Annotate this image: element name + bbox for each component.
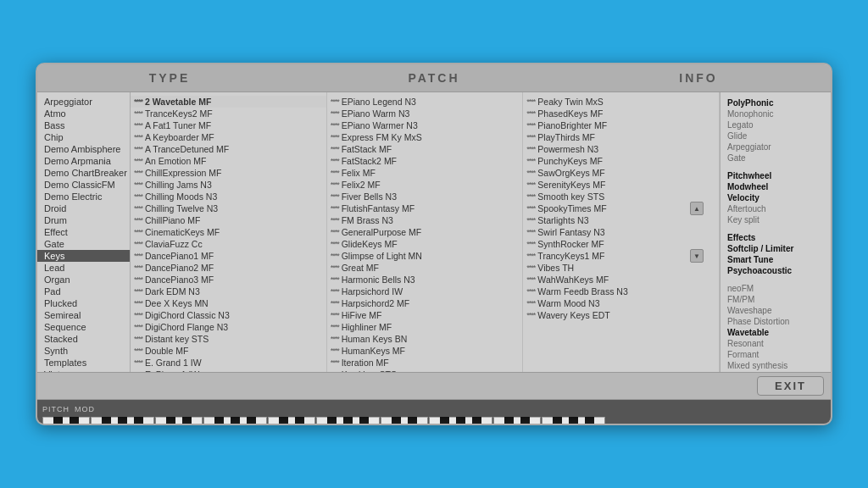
black-key[interactable]	[295, 417, 304, 425]
patch-item[interactable]: ****Highliner MF	[327, 321, 523, 333]
patch-item[interactable]: ****DigiChord Classic N3	[131, 309, 326, 321]
type-item-vintage[interactable]: Vintage	[37, 369, 130, 372]
type-item-pad[interactable]: Pad	[37, 286, 130, 297]
patch-item[interactable]: ****A TranceDetuned MF	[131, 143, 326, 155]
info-psycho[interactable]: Psychoacoustic	[727, 265, 824, 276]
info-glide[interactable]: Glide	[727, 130, 824, 141]
info-gate[interactable]: Gate	[727, 152, 824, 164]
type-item-lead[interactable]: Lead	[37, 262, 130, 274]
type-item-demo-chartbreaker[interactable]: Demo ChartBreaker	[37, 167, 130, 179]
black-key[interactable]	[134, 417, 143, 425]
patch-item[interactable]: ****GlideKeys MF	[327, 238, 523, 250]
type-item-templates[interactable]: Templates	[37, 357, 130, 369]
info-arpeggiator[interactable]: Arpeggiator	[727, 141, 824, 152]
patch-item[interactable]: ****Harmonic Bells N3	[327, 274, 523, 286]
black-key[interactable]	[392, 417, 401, 425]
info-pitchwheel[interactable]: Pitchwheel	[727, 170, 824, 181]
info-smarttune[interactable]: Smart Tune	[727, 254, 824, 265]
black-key[interactable]	[166, 417, 175, 425]
type-item-chip[interactable]: Chip	[37, 131, 130, 143]
patch-item[interactable]: ****Chilling Twelve N3	[131, 202, 326, 214]
info-softclip[interactable]: Softclip / Limiter	[727, 243, 824, 254]
type-item-demo-ambisphere[interactable]: Demo Ambisphere	[37, 143, 130, 155]
patch-item[interactable]: ****Fiver Bells N3	[327, 191, 523, 202]
patch-item[interactable]: ****Felix MF	[327, 167, 523, 179]
patch-item[interactable]: ****Harpsichord IW	[327, 286, 523, 297]
black-key[interactable]	[214, 417, 224, 425]
patch-item[interactable]: ****Human Keys BN	[327, 333, 523, 345]
info-monophonic[interactable]: Monophonic	[727, 108, 824, 119]
black-key[interactable]	[231, 417, 240, 425]
black-key[interactable]	[182, 417, 192, 425]
type-item-synth[interactable]: Synth	[37, 345, 130, 357]
type-item-arpeggiator[interactable]: Arpeggiator	[37, 96, 130, 108]
patch-item[interactable]: ****Dark EDM N3	[131, 286, 326, 297]
type-item-plucked[interactable]: Plucked	[37, 297, 130, 309]
patch-item[interactable]: ****ChillPiano MF	[131, 214, 326, 226]
patch-item[interactable]: ****ClaviaFuzz Cc	[131, 238, 326, 250]
patch-item[interactable]: ****EPiano Legend N3	[327, 96, 523, 108]
black-key[interactable]	[327, 417, 337, 425]
black-key[interactable]	[504, 417, 514, 425]
type-item-demo-classicfm[interactable]: Demo ClassicFM	[37, 179, 130, 191]
info-modwheel[interactable]: Modwheel	[727, 181, 824, 192]
patch-item[interactable]: ****A Fat1 Tuner MF	[131, 119, 326, 131]
type-item-atmo[interactable]: Atmo	[37, 108, 130, 119]
type-item-keys[interactable]: Keys	[37, 250, 130, 262]
patch-item[interactable]: ****Chilling Jams N3	[131, 179, 326, 191]
info-aftertouch[interactable]: Aftertouch	[727, 203, 824, 214]
patch-item[interactable]: ****DancePiano1 MF	[131, 250, 326, 262]
black-key[interactable]	[53, 417, 63, 425]
patch-item[interactable]: ****E. Piano 1 IW	[131, 369, 326, 372]
type-item-demo-electric[interactable]: Demo Electric	[37, 191, 130, 202]
black-key[interactable]	[569, 417, 578, 425]
patch-item[interactable]: ****HumanKeys MF	[327, 345, 523, 357]
type-item-drum[interactable]: Drum	[37, 214, 130, 226]
black-key[interactable]	[456, 417, 465, 425]
patch-item[interactable]: ****Great MF	[327, 262, 523, 274]
black-key[interactable]	[520, 417, 530, 425]
type-item-semireal[interactable]: Semireal	[37, 309, 130, 321]
patch-item[interactable]: ****2 Wavetable MF	[131, 96, 326, 108]
patch-scroll-down[interactable]: ▼	[690, 249, 704, 263]
patch-item[interactable]: ****FatStack MF	[327, 143, 523, 155]
black-key[interactable]	[472, 417, 481, 425]
patch-item[interactable]: ****EPiano Warm N3	[327, 108, 523, 119]
type-item-organ[interactable]: Organ	[37, 274, 130, 286]
patch-item[interactable]: ****Distant key STS	[131, 333, 326, 345]
patch-item[interactable]: ****FM Brass N3	[327, 214, 523, 226]
info-wavetable[interactable]: Wavetable	[727, 327, 824, 338]
patch-item[interactable]: ****TranceKeys2 MF	[131, 108, 326, 119]
patch-item[interactable]: ****DigiChord Flange N3	[131, 321, 326, 333]
patch-item[interactable]: ****An Emotion MF	[131, 155, 326, 167]
patch-item[interactable]: ****GeneralPurpose MF	[327, 226, 523, 238]
info-fmpm[interactable]: FM/PM	[727, 294, 824, 305]
type-item-sequence[interactable]: Sequence	[37, 321, 130, 333]
type-item-stacked[interactable]: Stacked	[37, 333, 130, 345]
patch-item[interactable]: ****E. Grand 1 IW	[131, 357, 326, 369]
patch-item[interactable]: ****Iteration MF	[327, 357, 523, 369]
patch-item[interactable]: ****ChillExpression MF	[131, 167, 326, 179]
patch-item[interactable]: ****CinematicKeys MF	[131, 226, 326, 238]
patch-item[interactable]: ****Harpsichord2 MF	[327, 297, 523, 309]
patch-item[interactable]: ****Chilling Moods N3	[131, 191, 326, 202]
patch-item[interactable]: ****DancePiano3 MF	[131, 274, 326, 286]
black-key[interactable]	[70, 417, 79, 425]
info-mixed[interactable]: Mixed synthesis	[727, 360, 824, 371]
patch-item[interactable]: ****Felix2 MF	[327, 179, 523, 191]
info-legato[interactable]: Legato	[727, 119, 824, 130]
patch-item[interactable]: ****HiFive MF	[327, 309, 523, 321]
patch-item[interactable]: ****DancePiano2 MF	[131, 262, 326, 274]
black-key[interactable]	[359, 417, 369, 425]
black-key[interactable]	[102, 417, 111, 425]
black-key[interactable]	[343, 417, 353, 425]
type-item-gate[interactable]: Gate	[37, 238, 130, 250]
patch-item[interactable]: ****A Keyboarder MF	[131, 131, 326, 143]
black-key[interactable]	[553, 417, 562, 425]
patch-item[interactable]: ****EPiano Warmer N3	[327, 119, 523, 131]
info-neofm[interactable]: neoFM	[727, 283, 824, 294]
info-formant[interactable]: Formant	[727, 349, 824, 360]
info-polyphonic[interactable]: PolyPhonic	[727, 97, 824, 108]
patch-item[interactable]: ****Kewl key STS	[327, 369, 523, 372]
black-key[interactable]	[408, 417, 417, 425]
